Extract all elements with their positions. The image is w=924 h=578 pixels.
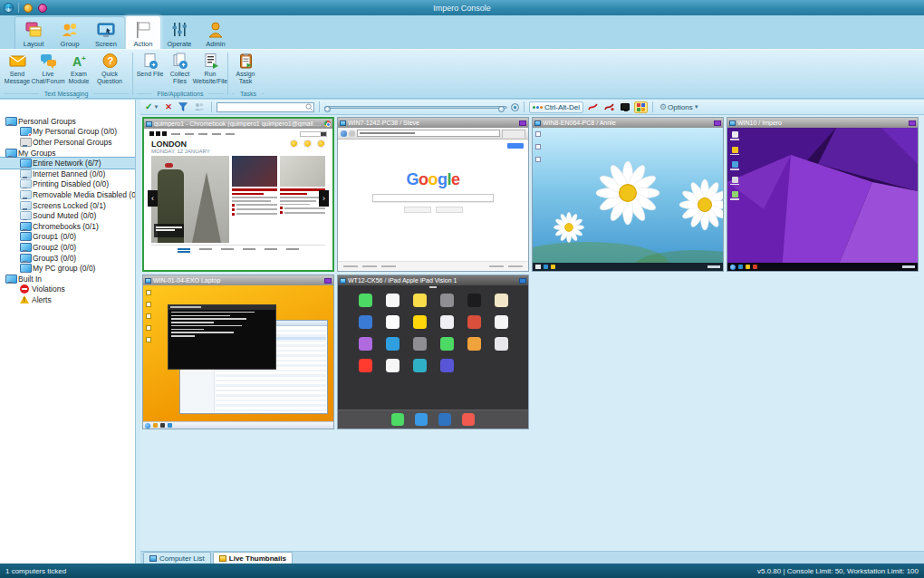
annotate-pen-2-button[interactable]: [602, 101, 616, 112]
admin-person-icon: [206, 20, 226, 40]
alerts-warning-icon: [20, 295, 29, 303]
violations-icon: [20, 284, 29, 294]
thumbnail-titlebar: WIN8-EN064-PC8 / Annie: [533, 118, 723, 128]
computer-group-icon: [5, 117, 15, 126]
sidebar-item-other-personal-groups[interactable]: Other Personal Groups: [0, 137, 135, 148]
thumbnail-chromebook[interactable]: quimpero1 - Chromebook (quimpero1 quimpe…: [142, 117, 334, 272]
zoom-slider-track[interactable]: [324, 106, 507, 109]
desktop-icons: [146, 290, 151, 342]
thumbnail-view-button[interactable]: [634, 101, 648, 113]
taskbar: [727, 263, 918, 271]
taskbar-clock: [707, 265, 720, 268]
sidebar-item-printing-disabled[interactable]: Printing Disabled (0/0): [0, 179, 135, 190]
start-orb-icon: [730, 265, 736, 270]
untick-all-button[interactable]: ✕: [163, 102, 174, 112]
annotate-pen-button[interactable]: [586, 101, 600, 112]
sidebar-item-built-in[interactable]: Built In: [0, 274, 135, 284]
sidebar-item-group2[interactable]: Group2 (0/0): [0, 242, 135, 253]
quick-question-button[interactable]: ? Quick Question: [94, 50, 125, 89]
sidebar-item-internet-banned[interactable]: Internet Banned (0/0): [0, 169, 135, 179]
tab-operate[interactable]: Operate: [161, 17, 197, 49]
sliders-icon: [169, 20, 189, 40]
zoom-slider[interactable]: [324, 103, 519, 111]
tick-all-button[interactable]: ✓▼: [143, 101, 160, 112]
send-file-button[interactable]: Send File: [135, 50, 165, 89]
sidebar-item-my-pc-group[interactable]: My PC group (0/0): [0, 263, 135, 274]
sidebar-item-chromebooks[interactable]: Chromebooks (0/1): [0, 221, 135, 232]
envelope-icon: [9, 53, 26, 70]
thumbnail-laptop-console[interactable]: WIN-01-04-EXO Laptop: [142, 275, 334, 429]
tab-group[interactable]: Group: [52, 17, 88, 49]
collect-files-button[interactable]: Collect Files: [165, 50, 195, 89]
zoom-slider-handle[interactable]: [498, 106, 505, 112]
thumbnail-screen: [143, 285, 333, 429]
ctrl-alt-del-button[interactable]: Ctrl-Alt-Del: [529, 101, 583, 113]
news-photo: [151, 156, 229, 243]
ipad-app-grid: [338, 289, 528, 409]
taskbar: [533, 263, 723, 271]
tab-live-thumbnails[interactable]: Live Thumbnails: [213, 552, 293, 564]
search-input[interactable]: [217, 103, 305, 111]
search-box: [217, 102, 314, 112]
run-website-file-button[interactable]: Run Website/File: [195, 50, 226, 89]
command-prompt-window: [168, 304, 276, 371]
tab-layout[interactable]: Layout: [15, 17, 52, 49]
computer-group-icon: [20, 243, 30, 252]
computer-icon: [340, 120, 346, 126]
exam-module-button[interactable]: A + Exam Module: [63, 50, 94, 89]
ipad-dock: [338, 409, 528, 429]
sidebar-item-alerts[interactable]: Alerts: [0, 294, 135, 305]
blank-screen-button[interactable]: [619, 102, 631, 111]
sidebar-item-entire-network[interactable]: Entire Network (6/7): [0, 158, 135, 169]
tab-admin[interactable]: Admin: [197, 17, 234, 49]
sidebar-item-screens-locked[interactable]: Screens Locked (0/1): [0, 200, 135, 211]
sidebar-item-group1[interactable]: Group1 (0/0): [0, 232, 135, 243]
carousel-prev-arrow: ‹: [148, 190, 158, 207]
question-bubble-icon: ?: [101, 53, 119, 70]
remote-monitor-icon: [909, 120, 916, 126]
toolbar-separator: [319, 101, 320, 112]
sidebar-item-group3[interactable]: Group3 (0/0): [0, 253, 135, 264]
sidebar-item-my-groups[interactable]: My Groups: [0, 148, 135, 159]
file-send-icon: [141, 53, 159, 70]
zoom-slider-min-knob[interactable]: [324, 106, 331, 112]
red-pen-icon: [588, 102, 598, 111]
svg-text:+: +: [82, 54, 86, 63]
tab-screen[interactable]: Screen: [88, 17, 124, 49]
google-logo: Google: [338, 170, 528, 189]
toolbar-separator: [211, 101, 212, 112]
computer-group-pale-icon: [20, 169, 30, 178]
thumbnail-toolbar: ✓▼ ✕: [140, 100, 924, 115]
zoom-fit-button[interactable]: [511, 103, 519, 111]
status-bar: 1 computers ticked v5.0.80 | Console Lim…: [0, 564, 924, 578]
live-thumbnails-icon: [219, 555, 226, 562]
ribbon-group-separator: [227, 53, 228, 95]
sidebar-item-sound-muted[interactable]: Sound Muted (0/0): [0, 210, 135, 221]
live-chat-forum-button[interactable]: Live Chat/Forum: [33, 50, 63, 89]
send-message-button[interactable]: Send Message: [2, 50, 33, 89]
address-bar: [357, 130, 500, 137]
google-search-box: [372, 194, 494, 202]
tab-action[interactable]: Action: [125, 15, 161, 49]
assign-task-button[interactable]: Assign Task: [230, 50, 261, 89]
options-button[interactable]: ⚙ Options ▼: [658, 102, 701, 112]
live-thumbnails-area: quimpero1 - Chromebook (quimpero1 quimpe…: [140, 115, 924, 551]
thumbnail-screen: [727, 128, 918, 271]
sidebar-item-violations[interactable]: Violations: [0, 284, 135, 295]
group-tree-sidebar: Personal Groups My Personal Group (0/0) …: [0, 100, 136, 564]
filter-button[interactable]: [177, 101, 189, 112]
computer-group-icon: [20, 264, 30, 273]
sidebar-item-my-personal-group[interactable]: My Personal Group (0/0): [0, 127, 135, 138]
thumbnail-win8-desktop[interactable]: WIN8-EN064-PC8 / Annie: [532, 117, 724, 272]
gear-icon: ⚙: [659, 103, 667, 111]
sidebar-item-removable-media-disabled[interactable]: Removable Media Disabled (0/0): [0, 189, 135, 200]
thumbnail-titlebar: WIN7-1242-PC38 / Steve: [338, 118, 528, 128]
thumbnail-ipad[interactable]: WT12-CK56 / iPad Apple iPad Vision 1: [337, 275, 529, 429]
sidebar-item-personal-groups[interactable]: Personal Groups: [0, 116, 135, 127]
layout-tab-group: Layout Group Screen: [14, 16, 125, 49]
content-area: ✓▼ ✕: [140, 100, 924, 564]
users-button[interactable]: [192, 101, 207, 112]
tab-computer-list[interactable]: Computer List: [143, 552, 211, 564]
thumbnail-win7-google[interactable]: WIN7-1242-PC38 / Steve Google: [337, 117, 529, 272]
thumbnail-win10-desktop[interactable]: WIN10 / Impero: [727, 117, 919, 272]
